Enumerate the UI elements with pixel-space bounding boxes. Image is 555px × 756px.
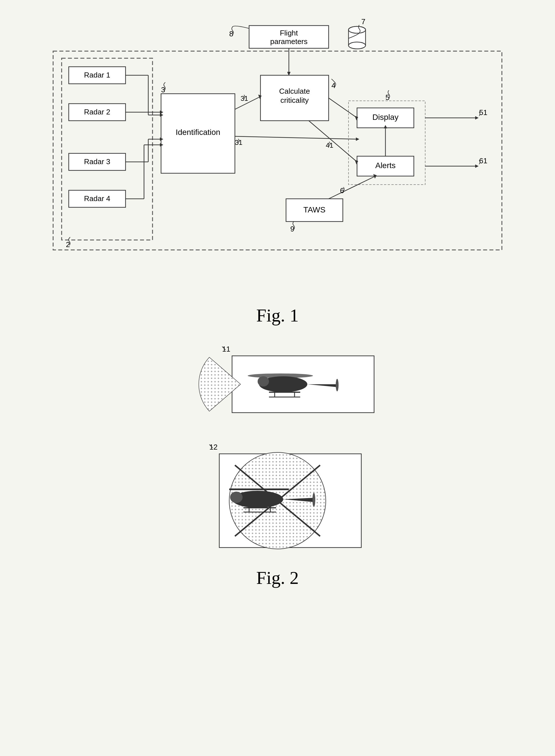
svg-marker-21: [475, 116, 479, 120]
radar1-label: Radar 1: [84, 71, 111, 79]
identification-label: Identification: [175, 128, 220, 137]
display-label: Display: [372, 113, 398, 122]
flight-params-label: Flight: [280, 29, 298, 37]
scene1: 11: [170, 343, 385, 420]
label-61: 61: [479, 157, 487, 165]
taws-label: TAWS: [303, 205, 326, 214]
radar4-label: Radar 4: [84, 194, 111, 203]
label-7: 7: [361, 17, 365, 26]
flight-params-label2: parameters: [270, 37, 308, 46]
svg-point-53: [312, 493, 315, 507]
radar2-label: Radar 2: [84, 107, 111, 116]
fig1-caption: Fig. 1: [256, 305, 299, 326]
calc-label2: criticality: [280, 96, 309, 104]
svg-marker-29: [356, 137, 359, 141]
radar-box: [61, 58, 153, 240]
label-51: 51: [479, 108, 487, 117]
fig1-diagram: 7 Flight parameters 8 Radar 1 Radar 2 Ra…: [36, 17, 519, 288]
svg-marker-23: [475, 165, 479, 168]
svg-point-40: [336, 379, 339, 391]
fig2-container: 11: [36, 343, 519, 606]
calc-label1: Calculate: [279, 87, 310, 95]
fig2-caption: Fig. 2: [256, 568, 299, 588]
svg-line-32: [329, 176, 376, 199]
svg-line-28: [235, 136, 357, 139]
fig2-images: 11: [36, 343, 519, 556]
scene1-label: 11: [222, 345, 230, 353]
svg-point-2: [348, 42, 366, 49]
svg-point-3: [348, 27, 366, 33]
scene2-label: 12: [209, 443, 218, 451]
svg-point-59: [230, 492, 243, 503]
radar3-label: Radar 3: [84, 157, 111, 166]
svg-point-41: [248, 373, 313, 378]
scene2: 12: [170, 437, 385, 556]
svg-point-46: [258, 376, 269, 387]
alerts-label: Alerts: [375, 161, 396, 170]
